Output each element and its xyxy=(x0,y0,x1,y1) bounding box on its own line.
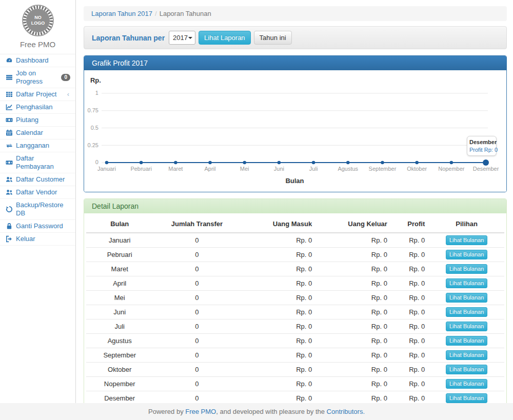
cell-month: September xyxy=(86,348,153,363)
filter-label: Laporan Tahunan per xyxy=(92,34,165,42)
cell-action: Lihat Bulanan xyxy=(429,363,504,377)
chart-point-juni[interactable] xyxy=(278,161,281,164)
chart-point-agustus[interactable] xyxy=(346,161,349,164)
view-monthly-button[interactable]: Lihat Bulanan xyxy=(446,365,487,374)
footer-text-middle: , and developed with pleasure by the xyxy=(216,408,326,415)
chevron-down-icon xyxy=(188,37,192,39)
report-detail-panel: Detail Laporan BulanJumlah TransferUang … xyxy=(84,198,507,403)
view-monthly-button[interactable]: Lihat Bulanan xyxy=(446,235,487,245)
chart-point-juli[interactable] xyxy=(312,161,315,164)
sidebar-item-dashboard[interactable]: Dashboard xyxy=(0,54,75,67)
view-monthly-button[interactable]: Lihat Bulanan xyxy=(446,278,487,288)
chevron-left-icon: ‹ xyxy=(67,90,70,98)
cell-month: Juli xyxy=(86,319,153,334)
sidebar-item-daftar-customer[interactable]: Daftar Customer xyxy=(0,173,75,186)
no-logo-seal-icon: NO LOGO xyxy=(22,4,54,37)
view-monthly-button[interactable]: Lihat Bulanan xyxy=(446,336,487,346)
tooltip-value: Profit Rp: 0 xyxy=(469,147,494,153)
sidebar-item-label: Job on Progress xyxy=(16,69,58,86)
cell-action: Lihat Bulanan xyxy=(429,305,504,319)
view-monthly-button[interactable]: Lihat Bulanan xyxy=(446,393,487,403)
sidebar-item-job-on-progress[interactable]: Job on Progress0 xyxy=(0,67,75,88)
report-filter-bar: Laporan Tahunan per 2017 Lihat Laporan T… xyxy=(84,26,507,49)
cell-transfer: 0 xyxy=(153,262,241,276)
breadcrumb-link[interactable]: Laporan Tahun 2017 xyxy=(91,10,152,17)
view-monthly-button[interactable]: Lihat Bulanan xyxy=(446,322,487,331)
sidebar-item-label: Daftar Pembayaran xyxy=(16,154,70,171)
main-content: Laporan Tahun 2017/Laporan Tahunan Lapor… xyxy=(76,0,513,403)
sidebar-item-ganti-password[interactable]: Ganti Password xyxy=(0,220,75,233)
table-row: Mei0Rp. 0Rp. 0Rp. 0Lihat Bulanan xyxy=(86,291,504,305)
sidebar-item-daftar-vendor[interactable]: Daftar Vendor xyxy=(0,186,75,199)
chart-point-januari[interactable] xyxy=(105,161,108,164)
x-tick-label: Agustus xyxy=(338,166,358,172)
contributors-link[interactable]: Contributors. xyxy=(327,408,365,415)
chart-point-pebruari[interactable] xyxy=(140,161,143,164)
sidebar-item-calendar[interactable]: Calendar xyxy=(0,127,75,139)
cell-profit: Rp. 0 xyxy=(391,348,429,363)
year-select[interactable]: 2017 xyxy=(169,31,195,45)
cell-transfer: 0 xyxy=(153,233,241,248)
chart-point-nopember[interactable] xyxy=(450,161,453,164)
x-tick-label: Nopember xyxy=(438,166,465,172)
dashboard-icon xyxy=(5,57,13,64)
cell-transfer: 0 xyxy=(153,319,241,334)
chart-point-september[interactable] xyxy=(381,161,384,164)
column-header-profit: Profit xyxy=(391,216,429,233)
cell-keluar: Rp. 0 xyxy=(316,305,391,319)
sidebar-item-daftar-project[interactable]: Daftar Project‹ xyxy=(0,88,75,101)
free-pmo-link[interactable]: Free PMO xyxy=(185,408,216,415)
view-monthly-button[interactable]: Lihat Bulanan xyxy=(446,293,487,303)
sidebar-item-langganan[interactable]: Langganan xyxy=(0,139,75,152)
sidebar-item-piutang[interactable]: Piutang xyxy=(0,114,75,127)
chart-y-axis-title: Rp. xyxy=(90,76,101,84)
cell-profit: Rp. 0 xyxy=(391,305,429,319)
cell-transfer: 0 xyxy=(153,391,241,404)
view-monthly-button[interactable]: Lihat Bulanan xyxy=(446,264,487,274)
cell-month: Agustus xyxy=(86,334,153,348)
view-report-button[interactable]: Lihat Laporan xyxy=(199,31,251,45)
cell-keluar: Rp. 0 xyxy=(316,363,391,377)
cell-month: Desember xyxy=(86,391,153,404)
svg-text:NO: NO xyxy=(34,15,42,20)
column-header-uang-keluar: Uang Keluar xyxy=(316,216,391,233)
cell-masuk: Rp. 0 xyxy=(241,348,317,363)
cell-profit: Rp. 0 xyxy=(391,276,429,291)
refresh-icon xyxy=(5,206,13,213)
x-tick-label: Oktober xyxy=(407,166,427,172)
sidebar-item-daftar-pembayaran[interactable]: Daftar Pembayaran xyxy=(0,152,75,173)
view-monthly-button[interactable]: Lihat Bulanan xyxy=(446,307,487,317)
year-select-value: 2017 xyxy=(173,34,188,42)
cell-masuk: Rp. 0 xyxy=(241,391,317,404)
lock-icon xyxy=(5,223,13,230)
x-tick-label: Maret xyxy=(168,166,183,172)
this-year-button[interactable]: Tahun ini xyxy=(254,31,292,45)
sidebar-item-keluar[interactable]: Keluar xyxy=(0,233,75,246)
profit-line-chart: Rp.10.750.50.250JanuariPebruariMaretApri… xyxy=(84,70,506,192)
sidebar-item-label: Calendar xyxy=(16,129,70,137)
breadcrumb-separator: / xyxy=(152,10,160,17)
column-header-pilihan: Pilihan xyxy=(429,216,504,233)
table-row: Januari0Rp. 0Rp. 0Rp. 0Lihat Bulanan xyxy=(86,233,504,248)
cell-masuk: Rp. 0 xyxy=(241,248,317,262)
sidebar-item-label: Daftar Customer xyxy=(16,175,70,184)
cell-keluar: Rp. 0 xyxy=(316,262,391,276)
table-row: Juni0Rp. 0Rp. 0Rp. 0Lihat Bulanan xyxy=(86,305,504,319)
view-monthly-button[interactable]: Lihat Bulanan xyxy=(446,379,487,389)
view-monthly-button[interactable]: Lihat Bulanan xyxy=(446,350,487,360)
chart-point-maret[interactable] xyxy=(174,161,177,164)
chart-point-oktober[interactable] xyxy=(415,161,418,164)
view-monthly-button[interactable]: Lihat Bulanan xyxy=(446,250,487,259)
money-icon xyxy=(5,159,13,166)
table-row: Oktober0Rp. 0Rp. 0Rp. 0Lihat Bulanan xyxy=(86,363,504,377)
cell-transfer: 0 xyxy=(153,276,241,291)
chart-point-desember[interactable] xyxy=(483,159,489,166)
sidebar-item-backup-restore-db[interactable]: Backup/Restore DB xyxy=(0,199,75,220)
cell-profit: Rp. 0 xyxy=(391,319,429,334)
cell-transfer: 0 xyxy=(153,348,241,363)
sidebar-item-penghasilan[interactable]: Penghasilan xyxy=(0,101,75,114)
brand-area: NO LOGO Free PMO xyxy=(0,0,75,54)
chart-point-mei[interactable] xyxy=(243,161,246,164)
chart-point-april[interactable] xyxy=(208,161,211,164)
cell-month: Maret xyxy=(86,262,153,276)
